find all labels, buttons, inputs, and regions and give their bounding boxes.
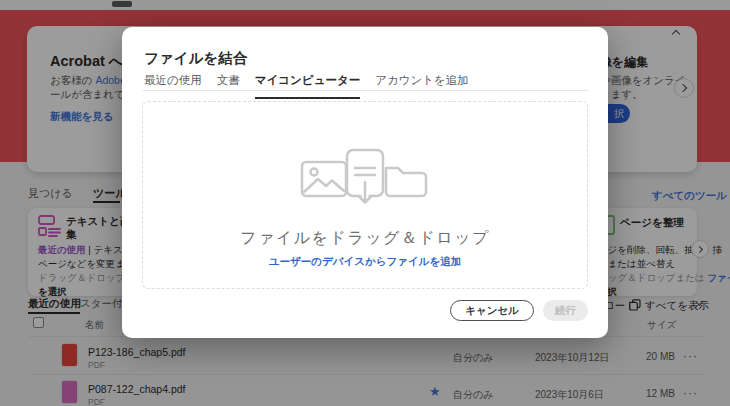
file-dropzone[interactable]: ファイルをドラッグ＆ドロップ ユーザーのデバイスからファイルを追加 xyxy=(142,101,588,289)
tab-my-computer[interactable]: マイコンピューター xyxy=(255,73,360,99)
add-files-from-device-link[interactable]: ユーザーのデバイスからファイルを追加 xyxy=(143,255,587,269)
tab-documents[interactable]: 文書 xyxy=(217,73,240,99)
tabs-divider xyxy=(142,90,588,91)
drag-drop-files-icon xyxy=(290,146,440,210)
cancel-button[interactable]: キャンセル xyxy=(450,300,534,321)
dialog-tabs: 最近の使用 文書 マイコンピューター アカウントを追加 xyxy=(144,73,469,99)
dropzone-heading: ファイルをドラッグ＆ドロップ xyxy=(143,228,587,249)
dialog-title: ファイルを結合 xyxy=(144,49,247,68)
tab-add-account[interactable]: アカウントを追加 xyxy=(375,73,469,99)
combine-files-dialog: ファイルを結合 最近の使用 文書 マイコンピューター アカウントを追加 xyxy=(122,27,608,338)
continue-button[interactable]: 続行 xyxy=(543,300,588,321)
tab-recent[interactable]: 最近の使用 xyxy=(144,73,202,99)
